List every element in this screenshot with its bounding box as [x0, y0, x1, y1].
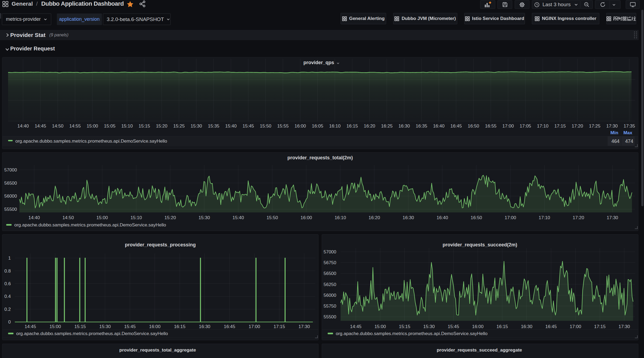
- svg-text:15:35: 15:35: [208, 123, 220, 129]
- svg-text:15:10: 15:10: [121, 123, 133, 129]
- svg-text:16:50: 16:50: [471, 215, 482, 220]
- svg-text:16:40: 16:40: [433, 123, 445, 129]
- svg-text:14:45: 14:45: [25, 324, 36, 329]
- svg-text:17:15: 17:15: [273, 324, 285, 329]
- svg-text:16:15: 16:15: [174, 324, 186, 329]
- svg-text:17:00: 17:00: [249, 324, 260, 329]
- svg-text:55500: 55500: [4, 207, 17, 212]
- svg-text:16:00: 16:00: [295, 123, 306, 129]
- svg-text:15:25: 15:25: [173, 123, 185, 129]
- svg-text:15:40: 15:40: [233, 215, 244, 220]
- svg-text:56500: 56500: [4, 181, 17, 186]
- svg-text:16:15: 16:15: [347, 123, 358, 129]
- svg-text:16:45: 16:45: [450, 123, 462, 129]
- svg-text:16:00: 16:00: [149, 324, 161, 329]
- svg-text:15:00: 15:00: [50, 324, 61, 329]
- svg-text:15:20: 15:20: [164, 215, 176, 220]
- svg-text:17:20: 17:20: [572, 123, 583, 129]
- svg-text:16:20: 16:20: [369, 215, 380, 220]
- svg-text:15:00: 15:00: [87, 123, 98, 129]
- svg-text:15:45: 15:45: [243, 123, 254, 129]
- svg-text:15:30: 15:30: [99, 324, 111, 329]
- svg-text:0: 0: [8, 319, 11, 325]
- svg-text:16:10: 16:10: [329, 123, 341, 129]
- svg-text:0.4: 0.4: [4, 294, 11, 299]
- svg-text:16:45: 16:45: [224, 324, 235, 329]
- svg-text:14:45: 14:45: [35, 123, 46, 129]
- svg-text:15:15: 15:15: [74, 324, 86, 329]
- svg-text:15:15: 15:15: [139, 123, 150, 129]
- svg-text:16:15: 16:15: [497, 324, 508, 329]
- svg-text:16:10: 16:10: [335, 215, 346, 220]
- svg-text:17:05: 17:05: [520, 123, 531, 129]
- svg-text:16:35: 16:35: [416, 123, 427, 129]
- svg-text:16:55: 16:55: [485, 123, 497, 129]
- svg-text:17:25: 17:25: [589, 123, 601, 129]
- svg-text:14:40: 14:40: [17, 123, 29, 129]
- svg-text:57000: 57000: [324, 249, 336, 254]
- svg-text:15:30: 15:30: [191, 123, 202, 129]
- svg-text:56750: 56750: [324, 260, 336, 265]
- svg-text:17:30: 17:30: [299, 324, 310, 329]
- svg-text:16:20: 16:20: [364, 123, 375, 129]
- svg-text:55500: 55500: [324, 314, 336, 319]
- svg-text:17:20: 17:20: [573, 215, 584, 220]
- svg-text:17:30: 17:30: [606, 123, 618, 129]
- svg-text:15:55: 15:55: [277, 123, 289, 129]
- svg-text:17:00: 17:00: [570, 324, 581, 329]
- svg-text:14:45: 14:45: [350, 324, 362, 329]
- svg-text:16:00: 16:00: [300, 215, 312, 220]
- svg-text:14:55: 14:55: [69, 123, 81, 129]
- svg-text:56250: 56250: [324, 282, 336, 287]
- svg-text:15:10: 15:10: [130, 215, 142, 220]
- svg-text:16:30: 16:30: [399, 123, 410, 129]
- svg-text:15:50: 15:50: [266, 215, 278, 220]
- svg-text:15:45: 15:45: [448, 324, 459, 329]
- svg-text:16:45: 16:45: [545, 324, 557, 329]
- svg-text:15:50: 15:50: [260, 123, 271, 129]
- svg-text:15:00: 15:00: [375, 324, 386, 329]
- svg-text:56500: 56500: [324, 271, 336, 276]
- svg-text:16:25: 16:25: [381, 123, 393, 129]
- svg-text:17:15: 17:15: [594, 324, 606, 329]
- svg-text:0.6: 0.6: [4, 281, 11, 286]
- svg-text:15:30: 15:30: [199, 215, 210, 220]
- svg-text:15:30: 15:30: [423, 324, 435, 329]
- svg-text:56000: 56000: [4, 194, 17, 199]
- svg-text:17:00: 17:00: [502, 123, 514, 129]
- svg-text:56000: 56000: [324, 293, 336, 298]
- svg-text:1: 1: [8, 256, 11, 261]
- svg-text:14:50: 14:50: [52, 123, 64, 129]
- svg-text:15:20: 15:20: [156, 123, 168, 129]
- svg-text:17:10: 17:10: [539, 215, 550, 220]
- svg-text:16:00: 16:00: [472, 324, 484, 329]
- svg-text:14:50: 14:50: [63, 215, 74, 220]
- svg-text:15:05: 15:05: [104, 123, 116, 129]
- svg-text:15:15: 15:15: [399, 324, 410, 329]
- svg-text:16:30: 16:30: [521, 324, 532, 329]
- svg-text:17:30: 17:30: [607, 215, 618, 220]
- svg-text:0.2: 0.2: [4, 307, 11, 312]
- svg-text:15:00: 15:00: [96, 215, 108, 220]
- svg-text:16:30: 16:30: [403, 215, 414, 220]
- svg-text:57000: 57000: [4, 167, 17, 173]
- svg-text:16:30: 16:30: [199, 324, 210, 329]
- svg-text:17:15: 17:15: [554, 123, 566, 129]
- svg-text:17:30: 17:30: [618, 324, 630, 329]
- svg-text:17:35: 17:35: [624, 123, 635, 129]
- svg-text:16:05: 16:05: [312, 123, 323, 129]
- svg-text:16:40: 16:40: [437, 215, 448, 220]
- svg-text:16:50: 16:50: [468, 123, 479, 129]
- svg-text:0.8: 0.8: [4, 268, 11, 274]
- svg-text:17:10: 17:10: [537, 123, 549, 129]
- svg-text:55750: 55750: [324, 304, 336, 309]
- svg-text:14:40: 14:40: [28, 215, 40, 220]
- svg-text:15:40: 15:40: [225, 123, 237, 129]
- svg-text:15:45: 15:45: [124, 324, 136, 329]
- svg-text:17:00: 17:00: [505, 215, 516, 220]
